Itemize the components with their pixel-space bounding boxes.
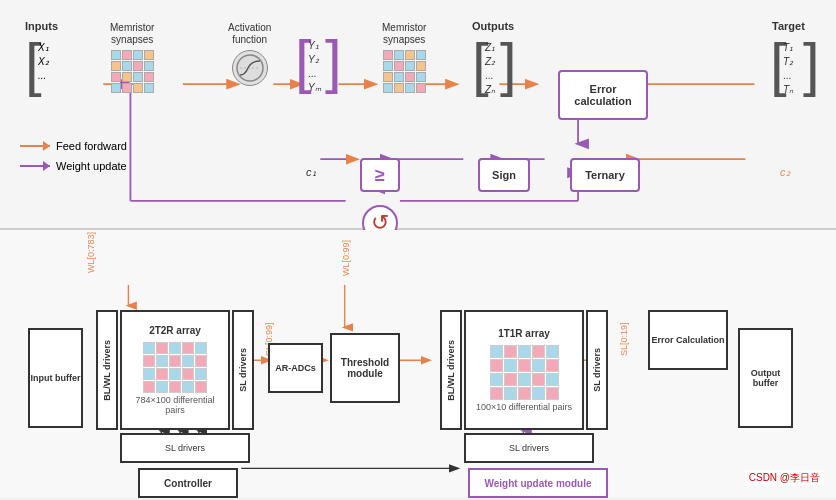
output-buffer-label: Output buffer (740, 368, 791, 388)
error-calc-box: Error calculation (558, 70, 648, 120)
sl-drivers2-bottom-box: SL drivers (464, 433, 594, 463)
array2-label: 1T1R array (498, 328, 550, 339)
activation-block: Activationfunction (228, 22, 271, 86)
bottom-content: Input buffer WL[0:783] BL/WL drivers 2T2… (8, 238, 828, 490)
ydots: ... (308, 68, 321, 79)
output-buffer-box: Output buffer (738, 328, 793, 428)
ternary-label: Ternary (585, 169, 625, 181)
input-x1: X₁ (38, 42, 49, 53)
error-calc-label: Error calculation (560, 83, 646, 107)
forward-arrow-icon (20, 145, 50, 147)
ym: Yₘ (308, 82, 321, 93)
wl-99-label: WL[0:99] (341, 240, 351, 276)
sign-box: Sign (478, 158, 530, 192)
c2-label: c₂ (780, 166, 790, 179)
zdots: ... (485, 70, 495, 81)
weight-arrow-icon (20, 165, 50, 167)
tdots: ... (783, 70, 793, 81)
wl-783-label: WL[0:783] (86, 232, 96, 273)
t-close-bracket: ] (803, 35, 820, 95)
sl-drivers2-box: SL drivers (586, 310, 608, 430)
error-calc-bottom-box: Error Calculation (648, 310, 728, 370)
input-buffer-label: Input buffer (31, 373, 81, 383)
t2: T₂ (783, 56, 793, 67)
sl-19-label: SL[0:19] (619, 322, 629, 356)
input-x2: X₂ (38, 56, 49, 67)
t1: T₁ (783, 42, 793, 53)
zn: Zₙ (485, 84, 495, 95)
activation-circle (232, 50, 268, 86)
legend: Feed fordward Weight update (20, 140, 127, 172)
tn: Tₙ (783, 84, 793, 95)
legend-weight: Weight update (20, 160, 127, 172)
ternary-box: Ternary (570, 158, 640, 192)
error-calc-bottom-label: Error Calculation (651, 335, 724, 345)
y-close-bracket: ] (325, 32, 342, 92)
sl-drivers2-label: SL drivers (592, 348, 602, 392)
threshold-label: Threshold module (332, 357, 398, 379)
array1-box: 2T2R array (120, 310, 230, 430)
ar-adcs-label: AR-ADCs (275, 363, 316, 373)
controller-label: Controller (164, 478, 212, 489)
y2: Y₂ (308, 54, 321, 65)
z1: Z₁ (485, 42, 495, 53)
array2-grid (490, 345, 559, 400)
memristor2-grid (383, 50, 426, 93)
memristor1-grid (111, 50, 154, 93)
memristor2-label: Memristorsynapses (382, 22, 426, 46)
threshold-box: Threshold module (330, 333, 400, 403)
weight-update-label: Weight update module (484, 478, 591, 489)
legend-forward-text: Feed fordward (56, 140, 127, 152)
input-xdots: ... (38, 70, 49, 81)
z2: Z₂ (485, 56, 495, 67)
memristor2-block: Memristorsynapses (382, 22, 426, 93)
activation-label: Activationfunction (228, 22, 271, 46)
compare-box: ≥ (360, 158, 400, 192)
blwl-drivers2-box: BL/WL drivers (440, 310, 462, 430)
sign-label: Sign (492, 169, 516, 181)
bottom-section: Input buffer WL[0:783] BL/WL drivers 2T2… (0, 230, 836, 498)
weight-update-box: Weight update module (468, 468, 608, 498)
compare-symbol: ≥ (375, 165, 385, 186)
top-content: Inputs [ X₁ X₂ ... Memristorsynapses Act… (10, 10, 826, 218)
y1: Y₁ (308, 40, 321, 51)
legend-forward: Feed fordward (20, 140, 127, 152)
t-vars: T₁ T₂ ... Tₙ (783, 42, 793, 95)
input-buffer-box: Input buffer (28, 328, 83, 428)
array1-sub: 784×100 differential pairs (126, 395, 224, 415)
memristor1-block: Memristorsynapses (110, 22, 154, 93)
z-close-bracket: ] (500, 35, 517, 95)
legend-weight-text: Weight update (56, 160, 127, 172)
array1-grid (143, 342, 207, 393)
sl-drivers2-bottom-label: SL drivers (509, 443, 549, 453)
y-vars: Y₁ Y₂ ... Yₘ (308, 40, 321, 93)
blwl-drivers2-label: BL/WL drivers (446, 340, 456, 401)
array2-sub: 100×10 differential pairs (476, 402, 572, 412)
z-vars: Z₁ Z₂ ... Zₙ (485, 42, 495, 95)
array2-box: 1T1R array (464, 310, 584, 430)
inputs-vars: X₁ X₂ ... (38, 42, 49, 81)
top-section: Inputs [ X₁ X₂ ... Memristorsynapses Act… (0, 0, 836, 230)
blwl-drivers1-label: BL/WL drivers (102, 340, 112, 401)
blwl-drivers1-box: BL/WL drivers (96, 310, 118, 430)
sl-drivers1-label: SL drivers (238, 348, 248, 392)
csdn-watermark: CSDN @李日音 (745, 470, 824, 486)
c1-label: c₁ (306, 166, 316, 179)
memristor1-label: Memristorsynapses (110, 22, 154, 46)
sl-drivers1-bottom-box: SL drivers (120, 433, 250, 463)
controller-box: Controller (138, 468, 238, 498)
sl-drivers1-box: SL drivers (232, 310, 254, 430)
array1-label: 2T2R array (149, 325, 201, 336)
ar-adcs-box: AR-ADCs (268, 343, 323, 393)
sl-drivers1-bottom-label: SL drivers (165, 443, 205, 453)
